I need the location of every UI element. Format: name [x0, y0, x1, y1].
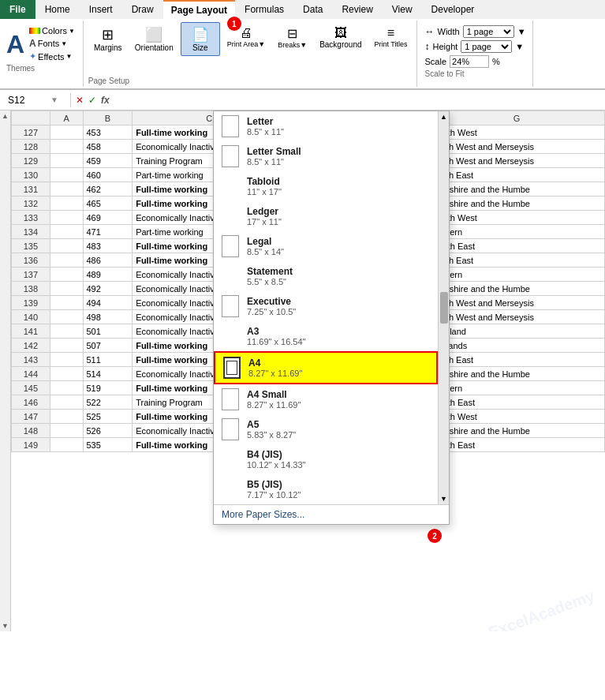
tab-file[interactable]: File	[0, 0, 35, 19]
col-b-cell[interactable]: 525	[83, 410, 133, 424]
col-a-cell[interactable]	[50, 140, 83, 154]
tab-home[interactable]: Home	[35, 0, 80, 19]
tab-view[interactable]: View	[383, 0, 422, 19]
col-g-cell[interactable]: South East	[429, 239, 605, 253]
scroll-down[interactable]: ▼	[440, 495, 447, 503]
tab-insert[interactable]: Insert	[80, 0, 122, 19]
col-g-cell[interactable]: South West	[429, 125, 605, 140]
col-a-cell[interactable]	[50, 168, 83, 182]
col-b-cell[interactable]: 519	[83, 381, 133, 395]
col-a-cell[interactable]	[50, 182, 83, 197]
col-b-cell[interactable]: 486	[83, 253, 133, 268]
dropdown-item[interactable]: Executive 7.25" x 10.5"	[214, 291, 438, 321]
tab-draw[interactable]: Draw	[122, 0, 163, 19]
dropdown-scrollbar[interactable]: ▲ ▼	[438, 111, 449, 504]
col-header-a[interactable]: A	[50, 111, 83, 125]
size-button[interactable]: 📄 Size 1	[181, 22, 220, 56]
col-a-cell[interactable]	[50, 239, 83, 253]
col-a-cell[interactable]	[50, 296, 83, 310]
col-g-cell[interactable]: Eastern	[429, 268, 605, 282]
col-a-cell[interactable]	[50, 253, 83, 268]
col-a-cell[interactable]	[50, 424, 83, 438]
col-a-cell[interactable]	[50, 324, 83, 339]
height-arrow[interactable]: ▼	[515, 42, 524, 51]
col-g-cell[interactable]: Yorkshire and the Humbe	[429, 182, 605, 197]
col-b-cell[interactable]: 535	[83, 438, 133, 452]
col-b-cell[interactable]: 465	[83, 197, 133, 211]
col-a-cell[interactable]	[50, 211, 83, 225]
tab-developer[interactable]: Developer	[422, 0, 484, 19]
col-b-cell[interactable]: 459	[83, 154, 133, 168]
col-g-cell[interactable]: North East	[429, 253, 605, 268]
col-a-cell[interactable]	[50, 154, 83, 168]
formula-input[interactable]	[114, 93, 605, 107]
col-g-cell[interactable]: South West	[429, 211, 605, 225]
confirm-icon[interactable]: ✓	[88, 95, 96, 106]
col-b-cell[interactable]: 522	[83, 395, 133, 410]
effects-button[interactable]: ✦ Effects ▼	[28, 51, 77, 62]
col-a-cell[interactable]	[50, 410, 83, 424]
dropdown-item[interactable]: Letter Small 8.5" x 11"	[214, 141, 438, 171]
col-g-cell[interactable]: North West and Merseysis	[429, 140, 605, 154]
col-b-cell[interactable]: 526	[83, 424, 133, 438]
width-select[interactable]: 1 page	[463, 25, 514, 38]
col-a-cell[interactable]	[50, 268, 83, 282]
col-b-cell[interactable]: 511	[83, 353, 133, 367]
more-paper-sizes-button[interactable]: More Paper Sizes...	[214, 504, 449, 524]
dropdown-item[interactable]: A4 8.27" x 11.69"	[214, 351, 438, 384]
breaks-button[interactable]: ⊟ Breaks▼	[272, 22, 312, 53]
height-select[interactable]: 1 page	[461, 40, 512, 53]
dropdown-item[interactable]: Letter 8.5" x 11"	[214, 111, 438, 141]
dropdown-item[interactable]: Ledger 17" x 11"	[214, 201, 438, 231]
width-arrow[interactable]: ▼	[517, 27, 526, 36]
dropdown-item[interactable]: A5 5.83" x 8.27"	[214, 414, 438, 444]
col-b-cell[interactable]: 469	[83, 211, 133, 225]
col-g-cell[interactable]: North East	[429, 353, 605, 367]
col-g-cell[interactable]: Yorkshire and the Humbe	[429, 424, 605, 438]
col-a-cell[interactable]	[50, 339, 83, 353]
col-b-cell[interactable]: 494	[83, 296, 133, 310]
dropdown-item[interactable]: A3 11.69" x 16.54"	[214, 321, 438, 351]
col-a-cell[interactable]	[50, 197, 83, 211]
col-g-cell[interactable]: North East	[429, 168, 605, 182]
col-a-cell[interactable]	[50, 381, 83, 395]
function-icon[interactable]: fx	[101, 95, 110, 106]
col-a-cell[interactable]	[50, 395, 83, 410]
col-g-cell[interactable]: North West and Merseysis	[429, 296, 605, 310]
col-g-cell[interactable]: Midlands	[429, 339, 605, 353]
cell-reference[interactable]	[3, 93, 50, 107]
col-g-cell[interactable]: Eastern	[429, 225, 605, 239]
scale-input[interactable]	[450, 55, 489, 68]
col-b-cell[interactable]: 498	[83, 310, 133, 324]
fonts-button[interactable]: A Fonts ▼	[28, 37, 77, 50]
tab-formulas[interactable]: Formulas	[235, 0, 293, 19]
col-b-cell[interactable]: 483	[83, 239, 133, 253]
dropdown-item[interactable]: Tabloid 11" x 17"	[214, 171, 438, 201]
colors-button[interactable]: Colors ▼	[28, 25, 77, 36]
scroll-up[interactable]: ▲	[440, 113, 447, 121]
cancel-icon[interactable]: ✕	[76, 95, 84, 106]
tab-page-layout[interactable]: Page Layout	[163, 0, 235, 19]
col-g-cell[interactable]: Eastern	[429, 381, 605, 395]
col-b-cell[interactable]: 489	[83, 268, 133, 282]
print-titles-button[interactable]: ≡ Print Titles	[369, 22, 413, 52]
col-g-cell[interactable]: North West and Merseysis	[429, 310, 605, 324]
col-b-cell[interactable]: 458	[83, 140, 133, 154]
col-b-cell[interactable]: 471	[83, 225, 133, 239]
col-b-cell[interactable]: 453	[83, 125, 133, 140]
col-a-cell[interactable]	[50, 225, 83, 239]
dropdown-item[interactable]: B4 (JIS) 10.12" x 14.33"	[214, 444, 438, 474]
col-a-cell[interactable]	[50, 438, 83, 452]
col-g-cell[interactable]: Yorkshire and the Humbe	[429, 367, 605, 381]
dropdown-item[interactable]: B5 (JIS) 7.17" x 10.12"	[214, 474, 438, 504]
col-header-b[interactable]: B	[83, 111, 133, 125]
col-g-cell[interactable]: Yorkshire and the Humbe	[429, 282, 605, 296]
col-a-cell[interactable]	[50, 282, 83, 296]
background-button[interactable]: 🖼 Background	[314, 22, 367, 53]
vertical-scrollbar[interactable]: ▲ ▼	[0, 110, 11, 631]
col-a-cell[interactable]	[50, 310, 83, 324]
col-g-cell[interactable]: Scotland	[429, 324, 605, 339]
col-b-cell[interactable]: 507	[83, 339, 133, 353]
col-g-cell[interactable]: North West and Merseysis	[429, 154, 605, 168]
tab-review[interactable]: Review	[332, 0, 382, 19]
